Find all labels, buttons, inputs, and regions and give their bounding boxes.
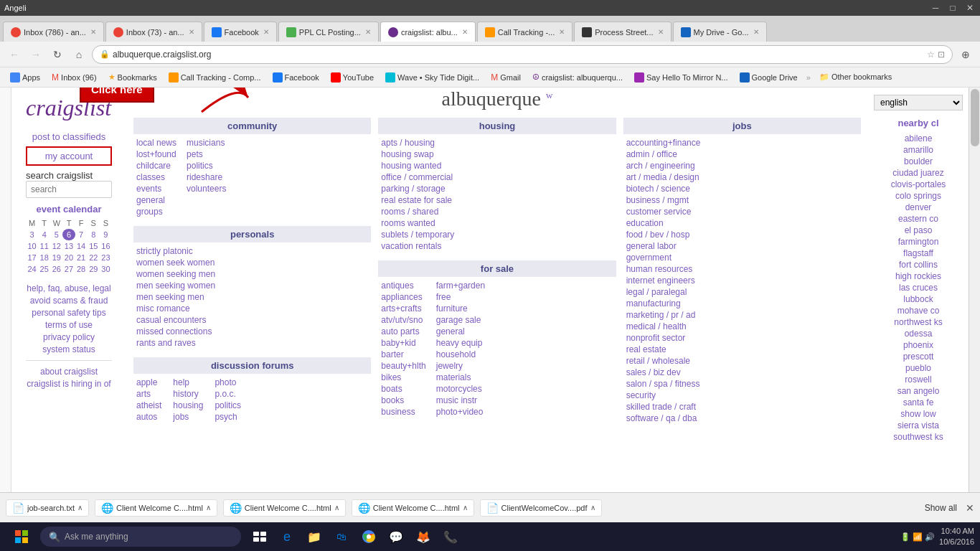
nearby-ciudad-juarez[interactable]: ciudad juarez (874, 167, 963, 179)
privacy-link[interactable]: privacy policy (26, 332, 112, 342)
fs-bikes[interactable]: bikes (378, 372, 428, 383)
cast-icon[interactable]: ⊡ (938, 50, 945, 60)
cl-classes[interactable]: classes (133, 171, 179, 183)
df-photo[interactable]: photo (212, 377, 244, 388)
cl-rants-raves[interactable]: rants and raves (133, 337, 371, 349)
nearby-abilene[interactable]: abilene (874, 133, 963, 144)
taskbar-files[interactable]: 📁 (301, 524, 327, 550)
cl-lostfound[interactable]: lost+found (133, 149, 179, 160)
nearby-roswell[interactable]: roswell (874, 374, 963, 385)
job-biotech[interactable]: biotech / science (623, 183, 861, 194)
job-nonprofit[interactable]: nonprofit sector (623, 332, 861, 344)
start-button[interactable] (6, 524, 37, 550)
job-medical[interactable]: medical / health (623, 321, 861, 332)
bm-sayhello[interactable]: Say Hello To Mirror N... (630, 71, 732, 84)
fs-jewelry[interactable]: jewelry (433, 360, 488, 372)
cal-18[interactable]: 18 (38, 252, 50, 263)
my-account-link[interactable]: my account (45, 151, 93, 161)
extensions-button[interactable]: ⊕ (957, 46, 974, 63)
nearby-denver[interactable]: denver (874, 202, 963, 213)
cal-28[interactable]: 28 (75, 263, 88, 275)
nearby-las-cruces[interactable]: las cruces (874, 282, 963, 293)
job-food-bev[interactable]: food / bev / hosp (623, 229, 861, 240)
tab-process[interactable]: Process Street... ✕ (574, 22, 671, 42)
df-history[interactable]: history (170, 388, 206, 400)
bm-calltracking[interactable]: Call Tracking - Comp... (164, 71, 265, 84)
bm-gdrive[interactable]: Google Drive (735, 71, 802, 84)
cal-4[interactable]: 4 (38, 229, 50, 240)
nearby-el-paso[interactable]: el paso (874, 225, 963, 236)
job-admin[interactable]: admin / office (623, 149, 861, 160)
cal-13[interactable]: 13 (62, 240, 75, 252)
tab-craigslist-close[interactable]: ✕ (462, 28, 468, 36)
fs-auto-parts[interactable]: auto parts (378, 326, 428, 337)
cal-8[interactable]: 8 (88, 229, 100, 240)
city-sup[interactable]: w (546, 90, 552, 100)
job-accounting[interactable]: accounting+finance (623, 137, 861, 149)
cl-events[interactable]: events (133, 183, 179, 194)
cl-volunteers[interactable]: volunteers (184, 183, 229, 194)
nearby-southwest-ks[interactable]: southwest ks (874, 431, 963, 443)
home-button[interactable]: ⌂ (70, 46, 88, 63)
cl-pets[interactable]: pets (184, 149, 229, 160)
cal-7[interactable]: 7 (75, 229, 88, 240)
cal-26[interactable]: 26 (50, 263, 62, 275)
job-manufacturing[interactable]: manufacturing (623, 298, 861, 309)
df-apple[interactable]: apple (133, 377, 164, 388)
dl-arrow-0[interactable]: ∧ (77, 504, 83, 512)
cl-women-seek-women[interactable]: women seek women (133, 257, 371, 268)
cl-childcare[interactable]: childcare (133, 160, 179, 171)
tab-gmail2[interactable]: Inbox (73) - an... ✕ (105, 22, 202, 42)
tab-gdrive-close[interactable]: ✕ (753, 28, 759, 36)
cl-vacation-rentals[interactable]: vacation rentals (378, 240, 616, 252)
cal-23[interactable]: 23 (100, 252, 112, 263)
reload-button[interactable]: ↻ (49, 46, 66, 63)
nearby-prescott[interactable]: prescott (874, 351, 963, 362)
cal-25[interactable]: 25 (38, 263, 50, 275)
cl-women-seeking-men[interactable]: women seeking men (133, 268, 371, 280)
close-button[interactable]: ✕ (964, 2, 976, 14)
cal-30[interactable]: 30 (100, 263, 112, 275)
taskbar-firefox[interactable]: 🦊 (410, 524, 436, 550)
fs-farm-garden[interactable]: farm+garden (433, 280, 488, 291)
search-input[interactable] (26, 181, 112, 198)
terms-link[interactable]: terms of use (26, 320, 112, 330)
fs-beauty[interactable]: beauty+hlth (378, 360, 428, 372)
system-status-link[interactable]: system status (26, 344, 112, 354)
page-scrollbar[interactable] (969, 88, 980, 551)
cal-15[interactable]: 15 (88, 240, 100, 252)
cl-parking-storage[interactable]: parking / storage (378, 183, 616, 194)
cal-27[interactable]: 27 (62, 263, 75, 275)
fs-free[interactable]: free (433, 291, 488, 303)
hiring-link[interactable]: craigslist is hiring in of (26, 379, 112, 389)
tab-gmail2-close[interactable]: ✕ (189, 28, 194, 36)
df-poc[interactable]: p.o.c. (212, 388, 244, 400)
bm-wave[interactable]: Wave • Sky Tide Digit... (381, 71, 484, 84)
language-select[interactable]: english (874, 95, 963, 110)
taskbar-search-box[interactable]: 🔍 Ask me anything (40, 527, 241, 547)
address-text[interactable]: albuquerque.craigslist.org (113, 50, 927, 60)
tab-process-close[interactable]: ✕ (658, 28, 664, 36)
cal-24[interactable]: 24 (26, 263, 38, 275)
df-housing[interactable]: housing (170, 400, 206, 411)
job-business-mgmt[interactable]: business / mgmt (623, 194, 861, 206)
dl-arrow-4[interactable]: ∧ (590, 504, 595, 512)
my-account-box[interactable]: my account (26, 146, 112, 166)
fs-motorcycles[interactable]: motorcycles (433, 383, 488, 395)
bm-inbox[interactable]: M Inbox (96) (47, 71, 101, 84)
cal-16[interactable]: 16 (100, 240, 112, 252)
cl-rooms-wanted[interactable]: rooms wanted (378, 217, 616, 229)
bm-facebook[interactable]: Facebook (268, 71, 324, 84)
taskbar-skype2[interactable]: 📞 (438, 524, 463, 550)
cal-10[interactable]: 10 (26, 240, 38, 252)
nearby-show-low[interactable]: show low (874, 408, 963, 420)
nearby-clovis[interactable]: clovis-portales (874, 179, 963, 190)
cl-groups[interactable]: groups (133, 206, 179, 217)
cal-3[interactable]: 3 (26, 229, 38, 240)
minimize-button[interactable]: ─ (930, 2, 941, 14)
tab-facebook[interactable]: Facebook ✕ (204, 22, 277, 42)
cl-musicians[interactable]: musicians (184, 137, 229, 149)
tab-gmail1-close[interactable]: ✕ (90, 28, 96, 36)
bm-youtube[interactable]: YouTube (326, 71, 378, 84)
scroll-thumb[interactable] (971, 89, 979, 146)
